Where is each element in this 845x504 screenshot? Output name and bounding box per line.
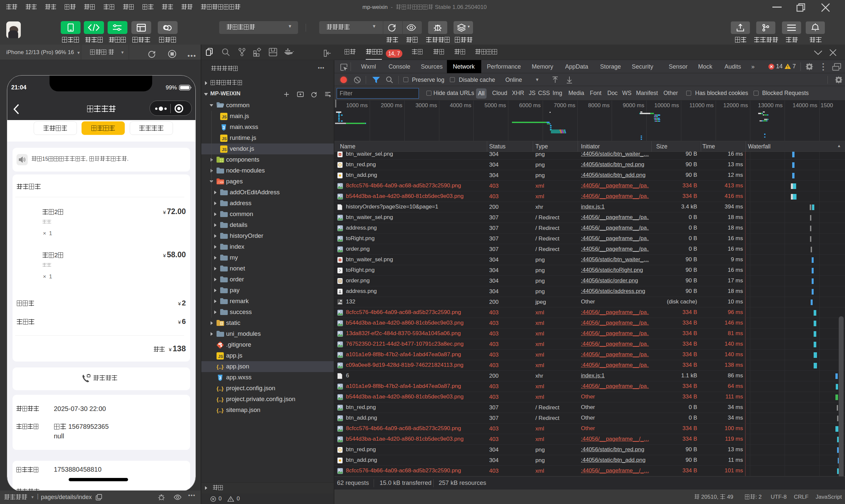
svg-text:<>: <> <box>220 181 224 184</box>
svg-text:JS: JS <box>218 354 223 359</box>
svg-text:3: 3 <box>223 125 225 130</box>
svg-text:{..}: {..} <box>216 386 224 392</box>
svg-text:JS: JS <box>222 137 227 141</box>
svg-text:{..}: {..} <box>216 408 224 413</box>
svg-text:{..}: {..} <box>216 397 224 402</box>
svg-text:{..}: {..} <box>216 364 224 370</box>
svg-text:JS: JS <box>222 147 227 152</box>
svg-text:3: 3 <box>219 375 221 380</box>
svg-text:JS: JS <box>222 115 227 120</box>
